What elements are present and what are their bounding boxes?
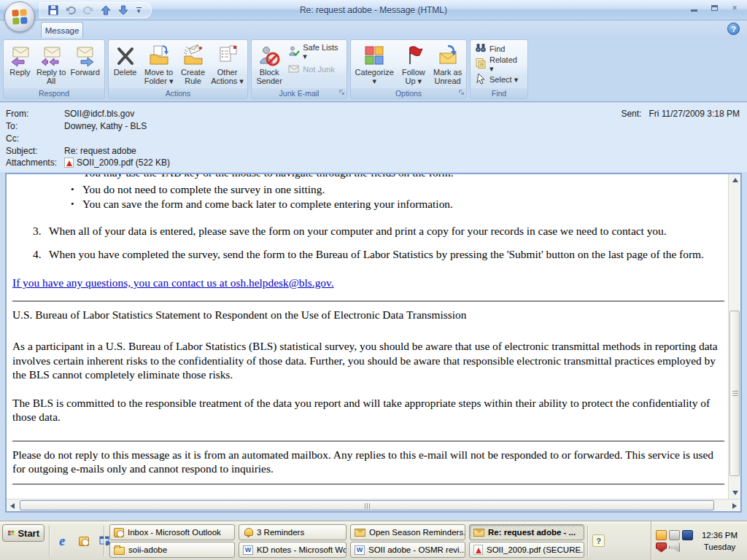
to-value: Downey, Kathy - BLS — [64, 121, 147, 131]
tab-message[interactable]: Message — [41, 22, 83, 38]
options-dialog-launcher[interactable] — [458, 88, 465, 97]
task-button-soii-pdf[interactable]: SOII_2009.pdf (SECURE... — [469, 542, 584, 558]
minimize-icon — [691, 9, 697, 12]
reply-label: Reply — [9, 68, 30, 77]
move-to-folder-button[interactable]: Move to Folder ▾ — [140, 42, 177, 88]
categorize-button[interactable]: Categorize ▾ — [352, 42, 396, 88]
block-sender-button[interactable]: Block Sender — [253, 42, 285, 88]
taskbar-separator — [587, 526, 588, 556]
contact-link[interactable]: If you have any questions, you can conta… — [12, 276, 724, 290]
group-label-actions: Actions — [109, 88, 247, 98]
previous-item-button[interactable] — [98, 3, 113, 18]
mark-as-unread-button[interactable]: Mark as Unread — [430, 42, 465, 88]
internet-explorer-icon[interactable]: e — [54, 533, 70, 549]
group-label-respond: Respond — [4, 88, 104, 98]
junk-dialog-launcher[interactable] — [338, 88, 345, 97]
horizontal-scroll-thumb[interactable] — [20, 500, 714, 510]
ribbon-group-respond: Reply Reply to All Forward Respond — [3, 39, 105, 99]
create-rule-button[interactable]: Create Rule — [177, 42, 209, 88]
message-body: You may use the TAB key or the mouse to … — [7, 174, 727, 499]
task-label: Open Season Reminders... — [369, 528, 465, 537]
office-button[interactable] — [4, 1, 35, 32]
task-label: soii-adobe — [128, 545, 167, 554]
task-label: Re: request adobe - ... — [488, 528, 576, 537]
task-button-reminders[interactable]: 3 Reminders — [239, 524, 347, 540]
find-label: Find — [489, 44, 505, 53]
mark-as-unread-icon — [436, 43, 460, 68]
scroll-left-button[interactable] — [7, 499, 18, 512]
safe-lists-button[interactable]: Safe Lists ▾ — [285, 44, 345, 59]
task-button-soii-adobe-doc[interactable]: W SOII adobe - OSMR revi... — [350, 542, 465, 558]
scroll-down-button[interactable] — [729, 487, 741, 499]
next-item-button[interactable] — [116, 3, 131, 18]
help-button[interactable]: ? — [727, 23, 740, 35]
not-junk-icon — [288, 63, 300, 76]
task-button-kd-notes[interactable]: W KD notes - Microsoft Word — [239, 542, 347, 558]
task-button-inbox[interactable]: Inbox - Microsoft Outlook — [109, 524, 235, 540]
task-button-soii-adobe-folder[interactable]: soii-adobe — [109, 542, 235, 558]
forward-button[interactable]: Forward — [67, 42, 103, 88]
windows-flag-icon — [7, 527, 15, 539]
attachment-name: SOII_2009.pdf (522 KB) — [77, 158, 170, 168]
other-actions-label: Other Actions ▾ — [209, 68, 246, 85]
reply-button[interactable]: Reply — [5, 42, 35, 88]
tray-network-icon[interactable] — [682, 530, 693, 540]
related-button[interactable]: Related ▾ — [472, 57, 526, 71]
task-buttons: Inbox - Microsoft Outlook 3 Reminders Op… — [109, 524, 585, 558]
divider — [12, 300, 724, 302]
envelope-icon — [355, 529, 365, 537]
redo-button[interactable] — [81, 3, 96, 18]
scroll-right-button[interactable] — [729, 499, 740, 512]
pdf-icon — [64, 158, 74, 168]
scroll-up-button[interactable] — [729, 174, 741, 186]
tray-printer-icon[interactable] — [669, 530, 680, 540]
start-button[interactable]: Start — [2, 524, 44, 542]
taskbar-help-icon[interactable]: ? — [592, 534, 605, 547]
save-button[interactable] — [46, 3, 61, 18]
ribbon-group-junk: Block Sender Safe Lists ▾ Not Junk Junk … — [251, 39, 347, 99]
close-button[interactable]: × — [728, 3, 741, 13]
restore-button[interactable] — [708, 3, 721, 13]
other-actions-button[interactable]: Other Actions ▾ — [209, 42, 246, 88]
undo-icon — [65, 4, 77, 16]
tray-volume-icon[interactable] — [669, 542, 680, 553]
redo-icon — [82, 4, 94, 16]
reply-to-all-button[interactable]: Reply to All — [35, 42, 68, 88]
horizontal-scrollbar[interactable] — [7, 499, 740, 511]
vertical-scroll-thumb[interactable] — [729, 311, 740, 476]
delete-button[interactable]: Delete — [110, 42, 140, 88]
clock-time: 12:36 PM — [692, 529, 747, 541]
item-text: When you have completed the survey, send… — [49, 248, 704, 260]
group-label-find: Find — [471, 88, 527, 98]
find-button[interactable]: Find — [472, 42, 508, 56]
not-junk-button[interactable]: Not Junk — [285, 62, 345, 77]
task-button-request-adobe-active[interactable]: Re: request adobe - ... — [469, 524, 584, 540]
restore-icon — [711, 5, 718, 11]
attachment-item[interactable]: SOII_2009.pdf (522 KB) — [64, 158, 170, 168]
ribbon-group-find: Find Related ▾ Select ▾ Find — [470, 39, 528, 99]
undo-button[interactable] — [63, 3, 78, 18]
junk-label-text: Junk E-mail — [279, 89, 320, 98]
delete-icon — [114, 43, 137, 68]
taskbar-separator — [49, 526, 50, 556]
minimize-button[interactable] — [687, 3, 700, 13]
customize-qat-button[interactable]: ▾ — [133, 4, 144, 16]
message-body-frame: You may use the TAB key or the mouse to … — [5, 173, 742, 513]
up-arrow-icon — [732, 178, 738, 182]
select-button[interactable]: Select ▾ — [472, 72, 521, 87]
subject-value: Re: request adobe — [64, 146, 136, 156]
sent-label: Sent: — [621, 109, 641, 119]
vertical-scrollbar[interactable] — [728, 174, 740, 499]
tray-outlook-icon[interactable] — [656, 530, 667, 540]
to-label: To: — [6, 121, 64, 131]
sent-value: Fri 11/27/2009 3:18 PM — [649, 109, 740, 119]
task-button-open-season[interactable]: Open Season Reminders... — [350, 524, 465, 540]
tray-shield-icon[interactable] — [656, 542, 667, 553]
system-tray: 12:36 PM Tuesday — [651, 521, 747, 560]
follow-up-label: Follow Up ▾ — [396, 68, 430, 85]
find-icon — [475, 42, 487, 55]
follow-up-button[interactable]: Follow Up ▾ — [396, 42, 430, 88]
paragraph: Please do not reply to this message as i… — [12, 448, 724, 476]
outlook-quick-launch-icon[interactable] — [76, 533, 92, 549]
window-controls: × — [687, 3, 741, 13]
